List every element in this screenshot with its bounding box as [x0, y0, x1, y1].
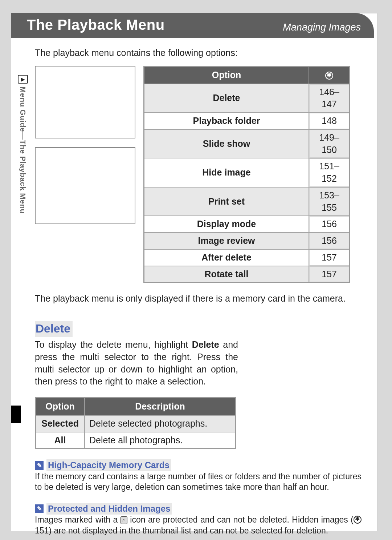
table-row: Playback folder148	[144, 112, 349, 129]
delete-heading: Delete	[35, 321, 73, 337]
option-cell: Delete	[144, 84, 309, 113]
option-cell: Print set	[144, 187, 309, 216]
page-ref-icon	[325, 72, 333, 80]
table-row: Rotate tall157	[144, 266, 349, 282]
pencil-icon: ✎	[35, 461, 44, 470]
side-tab: ▶ Menu Guide—The Playback Menu	[17, 75, 28, 214]
table-row: Slide show149–150	[144, 129, 349, 158]
protect-key-icon: ⌂	[121, 516, 127, 524]
playback-icon: ▶	[18, 75, 28, 84]
table-row: Delete146–147	[144, 84, 349, 113]
note-ph-body: Images marked with a ⌂ icon are protecte…	[35, 515, 362, 536]
option-cell: Hide image	[144, 158, 309, 187]
page-cell: 157	[309, 266, 349, 282]
page-cell: 151–152	[309, 158, 349, 187]
pencil-icon: ✎	[35, 504, 44, 513]
delete-paragraph: To display the delete menu, highlight De…	[35, 339, 238, 388]
manual-page: The Playback Menu Managing Images ▶ Menu…	[11, 13, 377, 531]
thumb-index-tab	[11, 406, 21, 423]
table-row: SelectedDelete selected photographs.	[36, 415, 235, 432]
delete-options-table: Option Description SelectedDelete select…	[35, 397, 236, 449]
option-cell: Slide show	[144, 129, 309, 158]
page-ref-icon	[354, 516, 362, 524]
page-cell: 156	[309, 215, 349, 232]
desc-cell: Delete selected photographs.	[85, 415, 235, 432]
note-ph-heading: ✎ Protected and Hidden Images	[35, 503, 362, 515]
page-cell: 148	[309, 112, 349, 129]
content-area: The playback menu contains the following…	[35, 38, 377, 540]
option-cell: All	[36, 432, 85, 448]
playback-menu-table: Option Delete146–147Playback folder148Sl…	[143, 66, 350, 283]
option-cell: Display mode	[144, 215, 309, 232]
del-col-option: Option	[36, 398, 85, 415]
screenshot-placeholder-1	[35, 66, 135, 138]
page-cell: 153–155	[309, 187, 349, 216]
note-hc-body: If the memory card contains a large numb…	[35, 471, 362, 493]
desc-cell: Delete all photographs.	[85, 432, 235, 448]
memory-card-note: The playback menu is only displayed if t…	[35, 293, 362, 305]
table-row: Hide image151–152	[144, 158, 349, 187]
option-cell: Rotate tall	[144, 266, 309, 282]
title-bar: The Playback Menu Managing Images	[11, 13, 374, 38]
option-cell: Selected	[36, 415, 85, 432]
page-title: The Playback Menu	[27, 17, 165, 33]
page-subtitle: Managing Images	[283, 22, 361, 33]
side-tab-text: Menu Guide—The Playback Menu	[19, 86, 27, 214]
col-page-icon	[309, 67, 349, 84]
page-cell: 156	[309, 232, 349, 249]
option-cell: Image review	[144, 232, 309, 249]
table-row: Display mode156	[144, 215, 349, 232]
page-cell: 157	[309, 249, 349, 266]
col-option: Option	[144, 67, 309, 84]
del-col-desc: Description	[85, 398, 235, 415]
table-row: Print set153–155	[144, 187, 349, 216]
screenshot-placeholder-2	[35, 147, 135, 224]
page-cell: 146–147	[309, 84, 349, 113]
note-hc-heading: ✎ High-Capacity Memory Cards	[35, 459, 362, 471]
table-row: Image review156	[144, 232, 349, 249]
intro-text: The playback menu contains the following…	[35, 47, 362, 59]
table-row: After delete157	[144, 249, 349, 266]
table-row: AllDelete all photographs.	[36, 432, 235, 448]
page-cell: 149–150	[309, 129, 349, 158]
option-cell: Playback folder	[144, 112, 309, 129]
option-cell: After delete	[144, 249, 309, 266]
